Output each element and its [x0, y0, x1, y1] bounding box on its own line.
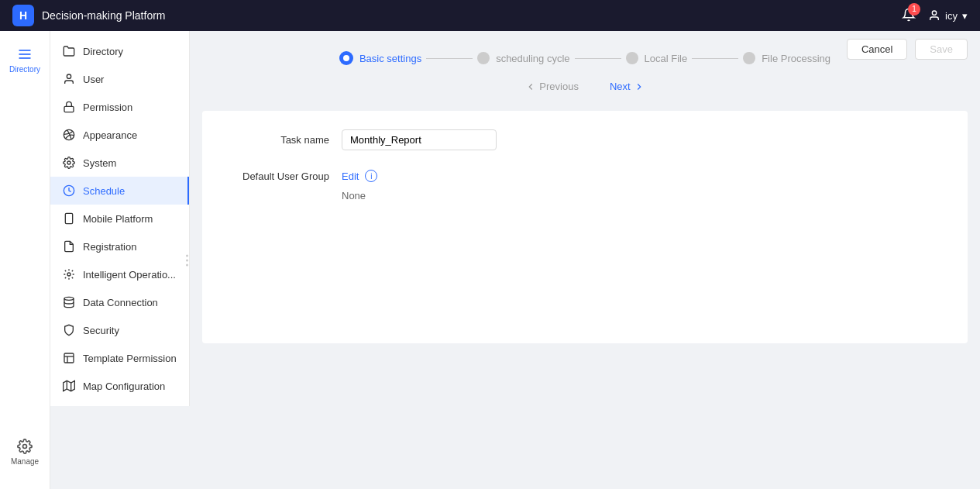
- sidebar-item-directory-label: Directory: [83, 46, 123, 57]
- sidebar-item-permission-label: Permission: [83, 102, 132, 113]
- main-content: Cancel Save Basic settings scheduling cy…: [190, 31, 980, 489]
- sidebar-item-registration[interactable]: Registration: [50, 232, 189, 260]
- svg-point-8: [67, 161, 70, 164]
- sidebar-item-user[interactable]: User: [50, 65, 189, 93]
- sidebar-item-user-label: User: [83, 74, 104, 85]
- app-logo: H: [12, 5, 34, 26]
- step-navigation: Previous Next: [202, 81, 968, 92]
- step-basic-icon: [339, 51, 353, 65]
- step-file-processing: File Processing: [743, 52, 830, 64]
- svg-point-4: [23, 445, 27, 449]
- icon-nav-manage-label: Manage: [11, 457, 39, 466]
- task-name-row: Task name: [221, 129, 949, 150]
- sidebar-item-map-config-label: Map Configuration: [83, 381, 165, 392]
- step-scheduling-label: scheduling cycle: [496, 53, 569, 64]
- sidebar-item-appearance-label: Appearance: [83, 129, 137, 141]
- sidebar-item-registration-label: Registration: [83, 241, 136, 253]
- svg-point-12: [67, 273, 70, 276]
- step-line-2: [575, 58, 621, 59]
- step-local-file-label: Local File: [645, 53, 688, 64]
- task-name-field: [342, 129, 949, 150]
- svg-point-13: [64, 297, 74, 300]
- icon-nav: Directory Manage: [0, 31, 50, 489]
- sidebar-item-map-config[interactable]: Map Configuration: [50, 372, 189, 400]
- sidebar-item-intelligent[interactable]: Intelligent Operatio...: [50, 260, 189, 288]
- sidebar-item-template-perm-label: Template Permission: [83, 353, 177, 364]
- sidebar-item-data-conn[interactable]: Data Connection: [50, 288, 189, 316]
- next-button[interactable]: Next: [610, 81, 645, 92]
- topbar: H Decision-making Platform 1 icy ▾: [0, 0, 980, 31]
- user-group-field: Edit i: [342, 166, 949, 182]
- sidebar-item-security[interactable]: Security: [50, 316, 189, 344]
- sidebar-item-data-conn-label: Data Connection: [83, 297, 158, 308]
- notification-count: 1: [908, 3, 920, 15]
- sidebar-item-mobile-label: Mobile Platform: [83, 213, 153, 225]
- step-line-3: [692, 58, 738, 59]
- svg-marker-17: [64, 381, 75, 391]
- icon-nav-directory-label: Directory: [9, 65, 40, 74]
- user-group-row: Default User Group Edit i: [221, 166, 949, 182]
- user-menu[interactable]: icy ▾: [928, 9, 968, 22]
- sidebar-item-intelligent-label: Intelligent Operatio...: [83, 269, 176, 281]
- top-actions: Cancel Save: [847, 39, 968, 60]
- none-value-row: None: [342, 190, 949, 201]
- step-file-processing-icon: [743, 52, 755, 64]
- sidebar-item-security-label: Security: [83, 325, 119, 336]
- step-basic-label: Basic settings: [359, 53, 421, 64]
- cancel-button[interactable]: Cancel: [847, 39, 907, 60]
- step-file-processing-label: File Processing: [762, 53, 830, 64]
- step-basic: Basic settings: [339, 51, 421, 65]
- icon-nav-manage[interactable]: Manage: [0, 431, 50, 474]
- step-local-file: Local File: [626, 52, 688, 64]
- topbar-right: 1 icy ▾: [902, 8, 968, 24]
- svg-rect-6: [64, 106, 74, 112]
- username: icy: [945, 10, 958, 22]
- form-panel: Task name Default User Group Edit i None: [202, 111, 968, 343]
- sidebar-resize-handle[interactable]: [183, 251, 191, 269]
- edit-link[interactable]: Edit: [342, 170, 359, 182]
- next-label: Next: [610, 81, 631, 92]
- svg-rect-14: [64, 353, 74, 363]
- sidebar-item-schedule-label: Schedule: [83, 185, 125, 197]
- step-local-file-icon: [626, 52, 638, 64]
- sidebar-item-permission[interactable]: Permission: [50, 93, 189, 121]
- icon-nav-directory[interactable]: Directory: [0, 39, 50, 81]
- sidebar-item-template-perm[interactable]: Template Permission: [50, 344, 189, 372]
- prev-button[interactable]: Previous: [525, 81, 579, 92]
- step-scheduling: scheduling cycle: [477, 52, 569, 64]
- sidebar-item-appearance[interactable]: Appearance: [50, 121, 189, 149]
- sidebar-item-mobile[interactable]: Mobile Platform: [50, 205, 189, 232]
- sidebar-item-directory[interactable]: Directory: [50, 37, 189, 65]
- sidebar-item-system[interactable]: System: [50, 149, 189, 177]
- prev-label: Previous: [539, 81, 579, 92]
- svg-point-5: [67, 74, 70, 78]
- step-scheduling-icon: [477, 52, 490, 64]
- app-title: Decision-making Platform: [42, 9, 894, 22]
- sidebar: Directory User Permission: [50, 31, 190, 406]
- svg-point-0: [932, 11, 936, 15]
- sidebar-item-system-label: System: [83, 157, 116, 169]
- user-group-label: Default User Group: [221, 166, 329, 182]
- task-name-input[interactable]: [342, 129, 497, 150]
- user-chevron: ▾: [962, 10, 968, 22]
- notification-bell[interactable]: 1: [902, 8, 916, 24]
- sidebar-item-schedule[interactable]: Schedule: [50, 177, 189, 205]
- info-icon[interactable]: i: [365, 170, 377, 182]
- none-value: None: [342, 190, 366, 201]
- svg-point-21: [343, 55, 349, 61]
- save-button[interactable]: Save: [915, 39, 968, 60]
- task-name-label: Task name: [221, 129, 329, 146]
- step-line-1: [426, 58, 473, 59]
